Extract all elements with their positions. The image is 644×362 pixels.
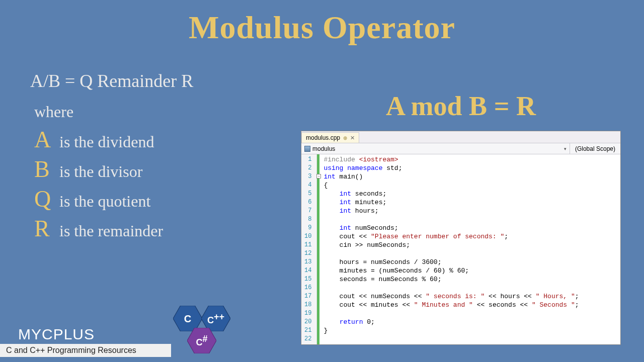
code-line[interactable]: #include <iostream> — [324, 155, 579, 164]
code-line[interactable] — [324, 249, 579, 258]
tab-label: modulus.cpp — [306, 134, 340, 141]
division-formula: A/B = Q Remainder R — [30, 70, 193, 92]
code-line[interactable]: seconds = numSeconds % 60; — [324, 275, 579, 284]
code-editor: modulus.cpp ⊕ ✕ modulus ▾ (Global Scope)… — [301, 131, 621, 345]
code-line[interactable]: cout << minutes << " Minutes and " << se… — [324, 301, 579, 309]
editor-tab-modulus[interactable]: modulus.cpp ⊕ ✕ — [301, 132, 359, 143]
language-logos: C C++ C# — [171, 304, 242, 359]
definition-letter: Q — [34, 186, 52, 212]
code-line[interactable]: } — [324, 326, 579, 335]
definition-line: Ris the remainder — [34, 215, 193, 242]
change-indicator-bar — [317, 154, 319, 344]
code-line[interactable] — [324, 215, 579, 224]
definition-letter: A — [34, 126, 52, 153]
code-line[interactable]: int minutes; — [324, 198, 579, 207]
fold-toggle-icon[interactable]: − — [316, 174, 321, 178]
code-line[interactable]: cout << "Please enter number of seconds:… — [324, 232, 579, 241]
definition-line: Ais the dividend — [34, 126, 193, 153]
line-number-gutter: 12345678910111213141516171819202122 — [301, 154, 317, 344]
code-line[interactable]: cout << numSeconds << " seconds is: " <<… — [324, 292, 579, 301]
brand-tagline: C and C++ Programming Resources — [0, 344, 171, 357]
code-line[interactable] — [324, 335, 579, 343]
definition-text: is the dividend — [59, 133, 154, 151]
editor-scopebar: modulus ▾ (Global Scope) — [301, 143, 620, 154]
brand-name: MYCPLUS — [0, 326, 171, 343]
definition-letter: R — [34, 215, 52, 242]
editor-body[interactable]: 12345678910111213141516171819202122 #inc… — [301, 154, 620, 344]
function-scope-dropdown[interactable]: (Global Scope) — [570, 143, 620, 154]
code-line[interactable]: int numSeconds; — [324, 224, 579, 232]
definition-letter: B — [34, 156, 52, 183]
csharp-logo-icon: C# — [187, 328, 216, 354]
code-line[interactable]: cin >> numSeconds; — [324, 241, 579, 249]
code-line[interactable]: minutes = (numSeconds / 60) % 60; — [324, 266, 579, 275]
mod-expression: A mod B = R — [301, 90, 621, 122]
code-line[interactable]: int hours; — [324, 207, 579, 215]
brand-footer: MYCPLUS C and C++ Programming Resources — [0, 326, 171, 357]
code-line[interactable]: return 0; — [324, 318, 579, 326]
code-line[interactable]: int main()− — [324, 172, 579, 181]
code-line[interactable]: int seconds; — [324, 190, 579, 198]
project-icon — [304, 146, 310, 152]
scope-project-label: modulus — [312, 145, 335, 152]
definition-line: Bis the divisor — [34, 156, 193, 183]
close-icon[interactable]: ✕ — [350, 135, 355, 141]
scope-function-label: (Global Scope) — [575, 145, 615, 152]
code-line[interactable]: { — [324, 181, 579, 190]
definition-text: is the remainder — [59, 222, 163, 240]
pin-icon[interactable]: ⊕ — [343, 135, 347, 141]
code-line[interactable] — [324, 309, 579, 318]
definition-text: is the quotient — [59, 192, 150, 211]
definition-line: Qis the quotient — [34, 186, 193, 212]
page-title: Modulus Operator — [0, 0, 644, 46]
explanation-panel: A/B = Q Remainder R where Ais the divide… — [30, 70, 193, 245]
editor-tabbar: modulus.cpp ⊕ ✕ — [301, 131, 620, 143]
definition-text: is the divisor — [59, 162, 142, 181]
where-label: where — [34, 103, 193, 121]
code-line[interactable] — [324, 284, 579, 292]
chevron-down-icon: ▾ — [564, 146, 567, 151]
code-area[interactable]: #include <iostream>using namespace std;i… — [320, 154, 582, 344]
code-line[interactable]: using namespace std; — [324, 164, 579, 172]
project-scope-dropdown[interactable]: modulus ▾ — [301, 143, 570, 154]
code-line[interactable]: hours = numSeconds / 3600; — [324, 258, 579, 266]
